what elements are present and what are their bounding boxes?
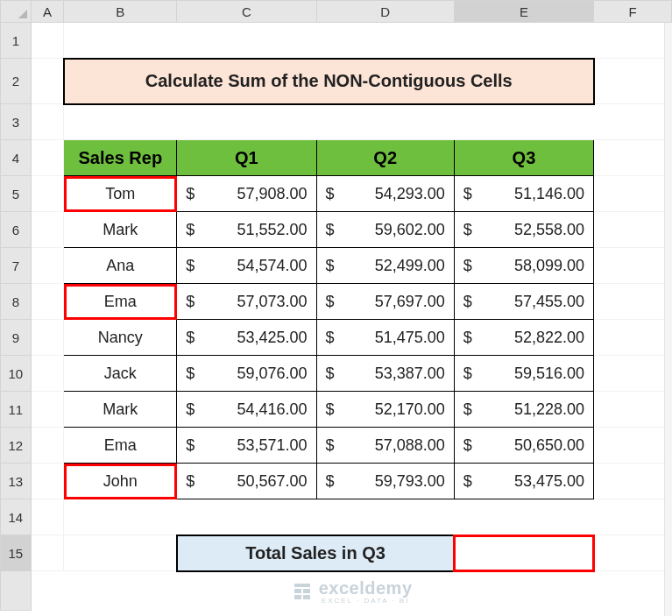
cell-q2[interactable]: $53,387.00 bbox=[316, 356, 454, 392]
sheet-title[interactable]: Calculate Sum of the NON-Contiguous Cell… bbox=[64, 59, 594, 104]
cell-q1[interactable]: $59,076.00 bbox=[177, 356, 316, 392]
cell-q2[interactable]: $54,293.00 bbox=[316, 176, 454, 212]
cell[interactable] bbox=[594, 140, 672, 176]
cell[interactable] bbox=[31, 23, 64, 59]
cell[interactable] bbox=[31, 464, 64, 499]
cell-q2[interactable]: $52,499.00 bbox=[316, 248, 454, 284]
row-hdr[interactable]: 7 bbox=[1, 248, 32, 284]
cell-q3[interactable]: $50,650.00 bbox=[454, 428, 593, 464]
cell-q1[interactable]: $50,567.00 bbox=[177, 464, 316, 499]
cell[interactable] bbox=[31, 176, 64, 212]
cell[interactable]: exceldemy EXCEL · DATA · BI bbox=[31, 571, 671, 611]
cell-rep[interactable]: Nancy bbox=[64, 320, 177, 356]
cell[interactable] bbox=[31, 284, 64, 320]
cell-q2[interactable]: $52,170.00 bbox=[316, 392, 454, 428]
row-hdr[interactable]: 14 bbox=[1, 499, 32, 535]
cell-q1[interactable]: $53,571.00 bbox=[177, 428, 316, 464]
select-all-corner[interactable] bbox=[1, 1, 32, 23]
cell[interactable] bbox=[31, 104, 64, 140]
cell[interactable] bbox=[64, 535, 177, 571]
row-hdr[interactable]: 2 bbox=[1, 59, 32, 104]
cell[interactable] bbox=[594, 284, 672, 320]
cell-q3[interactable]: $59,516.00 bbox=[454, 356, 593, 392]
cell[interactable] bbox=[594, 535, 672, 571]
cell-rep[interactable]: John bbox=[64, 464, 177, 499]
col-hdr-F[interactable]: F bbox=[594, 1, 672, 23]
th-q1[interactable]: Q1 bbox=[177, 140, 316, 176]
cell[interactable] bbox=[594, 320, 672, 356]
row-hdr[interactable]: 4 bbox=[1, 140, 32, 176]
cell-q1[interactable]: $53,425.00 bbox=[177, 320, 316, 356]
cell[interactable] bbox=[594, 392, 672, 428]
cell[interactable] bbox=[31, 499, 64, 535]
cell[interactable] bbox=[594, 428, 672, 464]
cell-q2[interactable]: $57,697.00 bbox=[316, 284, 454, 320]
row-hdr[interactable]: 13 bbox=[1, 464, 32, 499]
cell-q1[interactable]: $57,073.00 bbox=[177, 284, 316, 320]
cell-rep[interactable]: Mark bbox=[64, 392, 177, 428]
cell[interactable] bbox=[31, 535, 64, 571]
cell-rep[interactable]: Ema bbox=[64, 284, 177, 320]
row-hdr[interactable]: 12 bbox=[1, 428, 32, 464]
total-value-cell[interactable] bbox=[454, 535, 593, 571]
cell-q2[interactable]: $51,475.00 bbox=[316, 320, 454, 356]
row-hdr[interactable]: 9 bbox=[1, 320, 32, 356]
cell-q3[interactable]: $51,228.00 bbox=[454, 392, 593, 428]
cell-q3[interactable]: $52,822.00 bbox=[454, 320, 593, 356]
col-hdr-D[interactable]: D bbox=[316, 1, 454, 23]
cell-rep[interactable]: Ema bbox=[64, 428, 177, 464]
cell[interactable] bbox=[31, 356, 64, 392]
cell-rep[interactable]: Ana bbox=[64, 248, 177, 284]
col-hdr-B[interactable]: B bbox=[64, 1, 177, 23]
row-hdr[interactable]: 8 bbox=[1, 284, 32, 320]
row-hdr[interactable]: 3 bbox=[1, 104, 32, 140]
cell-q1[interactable]: $51,552.00 bbox=[177, 212, 316, 248]
cell-q1[interactable]: $57,908.00 bbox=[177, 176, 316, 212]
row-hdr[interactable]: 10 bbox=[1, 356, 32, 392]
row-hdr[interactable] bbox=[1, 571, 32, 611]
row-hdr[interactable]: 5 bbox=[1, 176, 32, 212]
cell-q3[interactable]: $58,099.00 bbox=[454, 248, 593, 284]
row-hdr[interactable]: 11 bbox=[1, 392, 32, 428]
cell[interactable] bbox=[31, 59, 64, 104]
column-header-row[interactable]: A B C D E F bbox=[1, 1, 672, 23]
cell-q1[interactable]: $54,574.00 bbox=[177, 248, 316, 284]
cell-q3[interactable]: $53,475.00 bbox=[454, 464, 593, 499]
cell-rep[interactable]: Tom bbox=[64, 176, 177, 212]
th-q2[interactable]: Q2 bbox=[316, 140, 454, 176]
spreadsheet-grid[interactable]: A B C D E F 1 2 Calculate Sum of the NON… bbox=[0, 0, 672, 611]
row-hdr[interactable]: 15 bbox=[1, 535, 32, 571]
th-sales-rep[interactable]: Sales Rep bbox=[64, 140, 177, 176]
cell-rep[interactable]: Jack bbox=[64, 356, 177, 392]
cell[interactable] bbox=[64, 23, 672, 59]
cell[interactable] bbox=[594, 212, 672, 248]
cell-q1[interactable]: $54,416.00 bbox=[177, 392, 316, 428]
total-label-cell[interactable]: Total Sales in Q3 bbox=[177, 535, 455, 571]
cell[interactable] bbox=[594, 59, 672, 104]
cell[interactable] bbox=[594, 464, 672, 499]
col-hdr-E[interactable]: E bbox=[454, 1, 593, 23]
cell-q2[interactable]: $57,088.00 bbox=[316, 428, 454, 464]
scrollbar-vertical[interactable] bbox=[664, 23, 672, 616]
cell[interactable] bbox=[594, 248, 672, 284]
cell[interactable] bbox=[31, 392, 64, 428]
cell[interactable] bbox=[64, 499, 672, 535]
cell-q2[interactable]: $59,793.00 bbox=[316, 464, 454, 499]
cell[interactable] bbox=[31, 428, 64, 464]
cell[interactable] bbox=[31, 212, 64, 248]
cell[interactable] bbox=[31, 320, 64, 356]
row-hdr[interactable]: 1 bbox=[1, 23, 32, 59]
th-q3[interactable]: Q3 bbox=[454, 140, 593, 176]
row-hdr[interactable]: 6 bbox=[1, 212, 32, 248]
cell[interactable] bbox=[594, 356, 672, 392]
cell[interactable] bbox=[594, 176, 672, 212]
cell-q3[interactable]: $52,558.00 bbox=[454, 212, 593, 248]
col-hdr-A[interactable]: A bbox=[31, 1, 64, 23]
cell[interactable] bbox=[31, 140, 64, 176]
cell-q3[interactable]: $57,455.00 bbox=[454, 284, 593, 320]
col-hdr-C[interactable]: C bbox=[177, 1, 316, 23]
cell-q2[interactable]: $59,602.00 bbox=[316, 212, 454, 248]
cell[interactable] bbox=[64, 104, 672, 140]
cell-rep[interactable]: Mark bbox=[64, 212, 177, 248]
cell-q3[interactable]: $51,146.00 bbox=[454, 176, 593, 212]
